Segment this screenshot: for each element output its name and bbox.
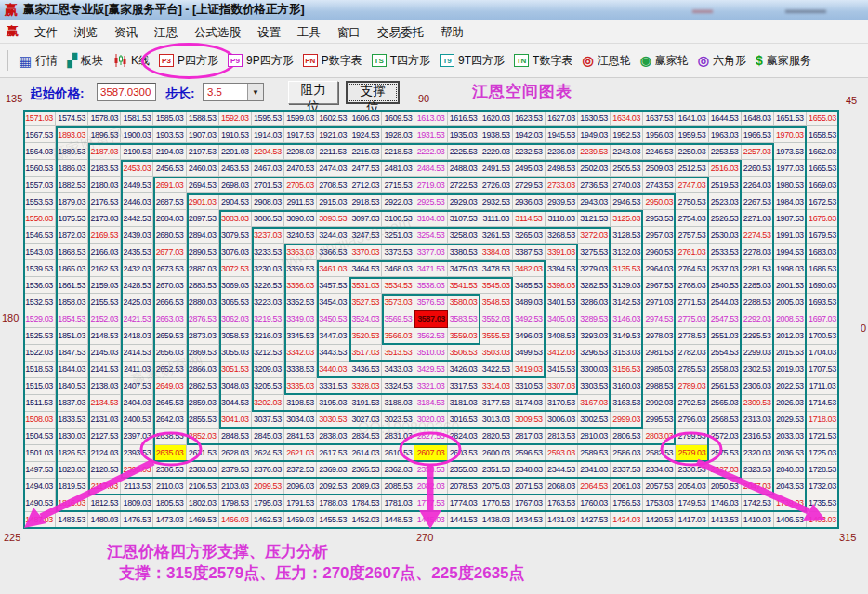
toolbar-item[interactable]: TNT数字表 — [509, 50, 577, 72]
gann-cell: 2211.53 — [317, 143, 349, 160]
gann-cell: 2631.53 — [187, 445, 219, 462]
gann-cell: 3503.03 — [480, 345, 513, 362]
gann-cell: 2778.53 — [676, 328, 708, 345]
gann-cell: 3205.53 — [252, 378, 284, 395]
menu-item[interactable]: 浏览 — [66, 22, 106, 43]
9p-square-icon: P9 — [228, 54, 243, 67]
gann-cell: 1795.03 — [252, 495, 284, 512]
gann-cell: 3198.53 — [284, 395, 317, 412]
menu-item[interactable]: 工具 — [289, 22, 329, 43]
menu-item[interactable]: 交易委托 — [369, 22, 432, 43]
gann-cell: 3223.03 — [252, 294, 284, 310]
gann-cell: 3538.03 — [414, 277, 447, 294]
gann-cell: 2302.53 — [742, 362, 774, 378]
toolbar-item[interactable]: ◉赢家轮 — [636, 50, 693, 72]
menu-item[interactable]: 江恩 — [146, 22, 186, 43]
toolbar-item-label: T四方形 — [390, 53, 430, 69]
gann-cell: 1406.53 — [774, 512, 807, 529]
gann-cell: 2379.53 — [219, 462, 252, 479]
annotation-detail: 支撑：315度2579点、压力：270度2607点、225度2635点 — [119, 562, 525, 584]
gann-cell: 2050.53 — [709, 479, 742, 495]
gann-cell: 3366.53 — [317, 244, 349, 260]
gann-cell: 1819.53 — [56, 479, 88, 495]
gann-cell: 3107.53 — [448, 210, 480, 227]
menu-item[interactable]: 设置 — [249, 22, 289, 43]
gann-cell: 2068.03 — [546, 479, 578, 495]
gann-cell: 2180.03 — [88, 177, 121, 193]
gann-cell: 3307.03 — [546, 378, 578, 395]
menu-item[interactable]: 帮助 — [432, 22, 472, 43]
toolbar-item[interactable]: P99P四方形 — [223, 50, 298, 72]
gann-cell: 3170.53 — [546, 395, 578, 412]
gann-cell: 1483.53 — [56, 512, 88, 529]
gann-cell: 3506.53 — [448, 345, 480, 362]
gann-cell: 2012.03 — [774, 328, 807, 345]
gann-cell: 2715.53 — [382, 177, 414, 193]
annotation-title: 江恩价格四方形支撑、压力分析 — [107, 541, 328, 562]
gann-cell: 3037.53 — [252, 412, 284, 429]
menu-item[interactable]: 窗口 — [329, 22, 369, 43]
gann-cell: 3226.53 — [252, 277, 284, 294]
toolbar-item[interactable]: ▦行情 — [14, 50, 62, 72]
step-combobox[interactable]: 3.5 ▼ — [203, 83, 264, 101]
gann-cell: 1441.53 — [448, 512, 480, 529]
gann-cell: 1550.03 — [23, 210, 56, 227]
gann-cell: 2001.53 — [774, 277, 807, 294]
gann-cell: 2484.53 — [414, 160, 447, 177]
menu-item[interactable]: 公式选股 — [186, 22, 249, 43]
gann-cell: 2148.53 — [88, 328, 121, 345]
gann-cell: 2372.53 — [284, 462, 317, 479]
support-button[interactable]: 支撑位 — [346, 81, 400, 104]
gann-cell: 3216.03 — [252, 328, 284, 345]
gann-cell: 2922.03 — [382, 193, 414, 210]
chevron-down-icon[interactable]: ▼ — [247, 84, 263, 100]
gann-cell: 2985.03 — [643, 362, 676, 378]
gann-cell: 1683.03 — [807, 244, 839, 260]
toolbar-item[interactable]: TST四方形 — [367, 50, 435, 72]
gann-cell: 1889.53 — [56, 143, 88, 160]
gann-cell: 2589.53 — [578, 445, 611, 462]
menu-item[interactable]: 资讯 — [106, 22, 146, 43]
gann-cell: 2194.03 — [153, 143, 186, 160]
gann-cell: 1956.03 — [643, 126, 676, 143]
gann-cell: 2918.53 — [349, 193, 382, 210]
gann-cell: 2463.53 — [219, 160, 252, 177]
gann-cell: 3265.03 — [513, 227, 546, 244]
toolbar-item[interactable]: T99T四方形 — [435, 50, 509, 72]
gann-cell: 2309.53 — [742, 395, 774, 412]
gann-cell: 2470.53 — [284, 160, 317, 177]
start-price-input[interactable] — [97, 83, 156, 101]
toolbar-item[interactable]: K线 — [108, 50, 154, 72]
gann-cell: 2495.03 — [513, 160, 546, 177]
gann-square-panel: 1571.031574.531578.031581.531585.031588.… — [23, 110, 839, 529]
gann-cell: 1546.53 — [23, 227, 56, 244]
gann-cell: 1417.03 — [676, 512, 708, 529]
window-title: 赢家江恩专业版[赢家服务平台] - [上证指数价格正方形] — [23, 2, 305, 18]
gann-cell: 2204.53 — [252, 143, 284, 160]
gann-cell: 2512.53 — [676, 160, 708, 177]
toolbar-item[interactable]: ◎江恩轮 — [577, 50, 635, 72]
gann-cell: 1980.53 — [774, 177, 807, 193]
toolbar-item[interactable]: ◎六角形 — [693, 50, 751, 72]
gann-cell: 3461.03 — [317, 260, 349, 277]
gann-cell: 2096.03 — [284, 479, 317, 495]
gann-cell: 1658.53 — [807, 126, 839, 143]
resistance-button[interactable]: 阻力位 — [288, 81, 338, 104]
gann-cell: 2414.53 — [121, 345, 153, 362]
gann-cell: 3230.03 — [252, 260, 284, 277]
gann-cell: 2355.03 — [448, 462, 480, 479]
gann-cell: 3289.53 — [578, 310, 611, 327]
gann-cell: 2043.53 — [774, 479, 807, 495]
gann-cell-highlight: 2635.03 — [153, 445, 186, 462]
gann-cell: 2446.03 — [121, 193, 153, 210]
menu-item[interactable]: 文件 — [26, 22, 66, 43]
gann-cell: 2029.53 — [774, 412, 807, 429]
gann-cell: 1455.53 — [317, 512, 349, 529]
angle-label-0: 0 — [861, 323, 866, 334]
toolbar-item[interactable]: $赢家服务 — [751, 50, 816, 72]
toolbar-item[interactable]: ▞板块 — [62, 50, 108, 72]
gann-cell: 2015.53 — [774, 345, 807, 362]
toolbar-item[interactable]: PNP数字表 — [298, 50, 367, 72]
toolbar-item[interactable]: P3P四方形 — [154, 50, 223, 72]
gann-cell: 2145.03 — [88, 345, 121, 362]
